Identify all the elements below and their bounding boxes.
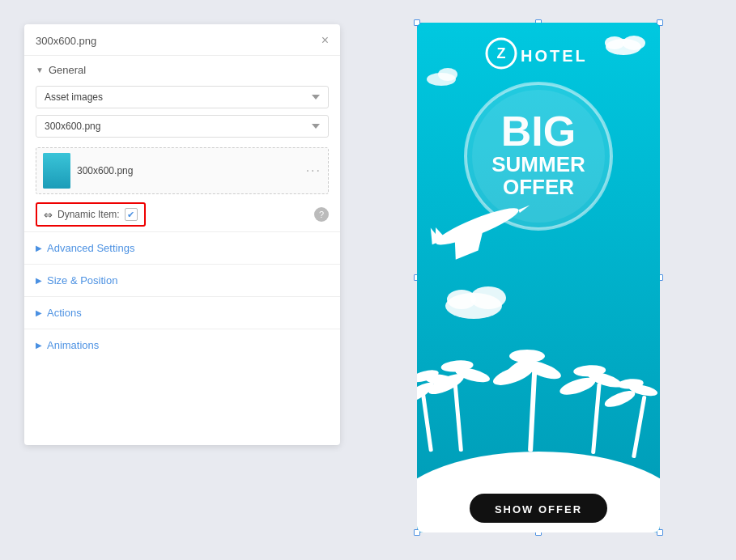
actions-section[interactable]: ▶ Actions [24, 296, 340, 329]
animations-caret: ▶ [36, 341, 42, 350]
panel-body: ▼ General Asset images 300x600.png 300x6… [24, 56, 340, 445]
panel-header: 300x600.png × [24, 24, 340, 56]
info-icon[interactable]: ? [314, 207, 329, 222]
dynamic-item-checkbox[interactable]: ✔ [125, 208, 138, 221]
svg-text:Z: Z [496, 45, 505, 62]
svg-point-21 [447, 290, 476, 309]
info-icon-label: ? [319, 210, 324, 219]
general-section-label: General [49, 64, 86, 76]
advanced-settings-label: Advanced Settings [47, 242, 134, 254]
close-button[interactable]: × [321, 34, 329, 47]
banner-svg: Z HOTEL BIG SUMMER OFFER [417, 23, 660, 532]
file-dropdown[interactable]: 300x600.png [36, 115, 329, 138]
animations-label: Animations [47, 339, 99, 351]
panel-title: 300x600.png [36, 35, 96, 47]
checkmark-icon: ✔ [127, 210, 134, 220]
image-thumb-inner [43, 153, 70, 189]
image-row: 300x600.png ··· [36, 147, 329, 194]
actions-caret: ▶ [36, 308, 42, 317]
general-arrow-icon: ▼ [36, 66, 44, 74]
banner-visual: Z HOTEL BIG SUMMER OFFER [417, 23, 660, 532]
dynamic-item-row: ⇔ Dynamic Item: ✔ ? [36, 202, 329, 227]
svg-point-6 [605, 36, 624, 49]
dynamic-item-box: ⇔ Dynamic Item: ✔ [36, 202, 146, 227]
size-position-section[interactable]: ▶ Size & Position [24, 264, 340, 296]
svg-text:BIG: BIG [500, 108, 575, 155]
svg-text:SUMMER: SUMMER [491, 152, 585, 176]
svg-point-8 [438, 68, 457, 81]
image-thumbnail [43, 153, 70, 189]
size-position-label: Size & Position [47, 274, 117, 286]
file-dropdown-row: 300x600.png [24, 112, 340, 141]
animations-section[interactable]: ▶ Animations [24, 329, 340, 361]
svg-text:OFFER: OFFER [502, 175, 573, 199]
actions-label: Actions [47, 307, 82, 319]
properties-panel: 300x600.png × ▼ General Asset images 300… [24, 24, 340, 445]
image-filename: 300x600.png [77, 165, 300, 176]
asset-images-dropdown-row: Asset images [24, 83, 340, 112]
svg-point-5 [623, 36, 645, 50]
size-position-caret: ▶ [36, 276, 42, 285]
dynamic-item-icon: ⇔ [44, 209, 53, 221]
image-more-button[interactable]: ··· [306, 163, 321, 178]
svg-text:HOTEL: HOTEL [521, 47, 588, 65]
svg-text:SHOW OFFER: SHOW OFFER [494, 503, 581, 515]
dynamic-item-label: Dynamic Item: [57, 209, 120, 220]
preview-area: Z HOTEL BIG SUMMER OFFER [340, 0, 736, 532]
asset-images-dropdown[interactable]: Asset images [36, 86, 329, 108]
advanced-settings-caret: ▶ [36, 244, 42, 252]
general-section-header[interactable]: ▼ General [24, 56, 340, 83]
banner-container[interactable]: Z HOTEL BIG SUMMER OFFER [417, 23, 660, 532]
advanced-settings-section[interactable]: ▶ Advanced Settings [24, 231, 340, 264]
